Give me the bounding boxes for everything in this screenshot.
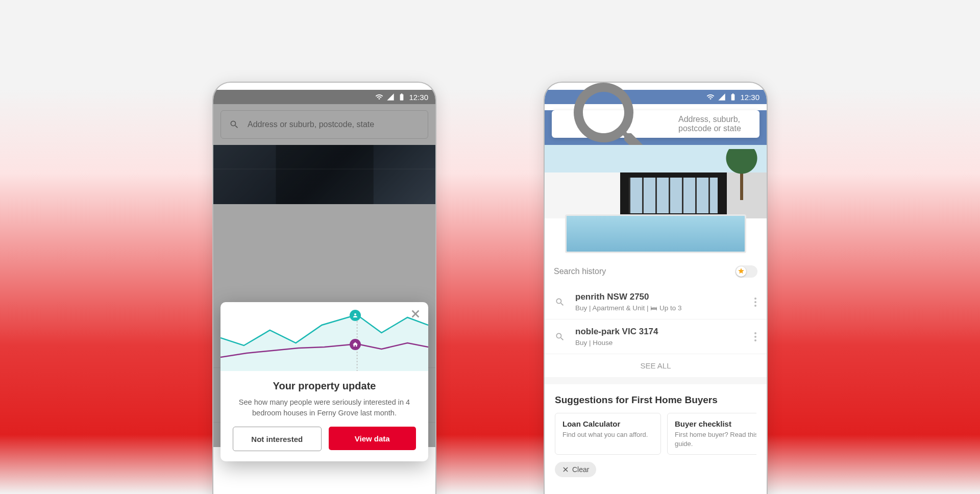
hero-image bbox=[545, 145, 767, 258]
history-item[interactable]: noble-park VIC 3174Buy | House bbox=[545, 319, 767, 354]
modal-chart bbox=[220, 302, 428, 371]
close-button[interactable] bbox=[410, 308, 421, 322]
battery-icon bbox=[398, 93, 406, 101]
signal-icon bbox=[386, 93, 395, 101]
card-text: First home buyer? Read this guide. bbox=[675, 430, 756, 448]
view-data-button[interactable]: View data bbox=[329, 427, 416, 450]
more-icon[interactable] bbox=[754, 332, 756, 341]
card-title: Buyer checklist bbox=[675, 419, 756, 428]
history-title: penrith NSW 2750 bbox=[575, 292, 744, 302]
signal-icon bbox=[718, 93, 726, 101]
history-item[interactable]: penrith NSW 2750Buy | Apartment & Unit |… bbox=[545, 285, 767, 319]
clear-button[interactable]: Clear bbox=[555, 462, 596, 477]
card-text: Find out what you can afford. bbox=[562, 430, 653, 439]
star-icon bbox=[738, 267, 745, 277]
chart-marker-person-icon bbox=[350, 310, 361, 321]
not-interested-button[interactable]: Not interested bbox=[233, 427, 322, 451]
see-all-button[interactable]: SEE ALL bbox=[545, 354, 767, 377]
history-sub: Buy | House bbox=[575, 339, 744, 347]
wifi-icon bbox=[706, 93, 715, 101]
suggestions-title: Suggestions for First Home Buyers bbox=[555, 394, 756, 406]
history-title: noble-park VIC 3174 bbox=[575, 327, 744, 337]
card-title: Loan Calculator bbox=[562, 419, 653, 428]
suggestion-card[interactable]: Loan CalculatorFind out what you can aff… bbox=[555, 413, 661, 455]
more-icon[interactable] bbox=[754, 298, 756, 307]
status-bar: 12:30 bbox=[213, 90, 435, 104]
search-icon bbox=[555, 332, 565, 342]
wifi-icon bbox=[375, 93, 383, 101]
modal-title: Your property update bbox=[233, 380, 416, 392]
property-update-modal: Your property update See how many people… bbox=[220, 302, 428, 461]
search-placeholder: Address, suburb, postcode or state bbox=[678, 115, 751, 133]
chart-marker-house-icon bbox=[350, 339, 361, 350]
history-toggle[interactable] bbox=[735, 265, 757, 278]
suggestion-card[interactable]: Buyer checklistFirst home buyer? Read th… bbox=[667, 413, 756, 455]
search-input[interactable]: Address, suburb, postcode or state bbox=[552, 110, 760, 138]
modal-text: See how many people were seriously inter… bbox=[233, 397, 416, 418]
status-time: 12:30 bbox=[740, 93, 760, 102]
status-time: 12:30 bbox=[409, 93, 428, 102]
close-icon bbox=[562, 466, 569, 473]
history-sub: Buy | Apartment & Unit | 🛏 Up to 3 bbox=[575, 304, 744, 312]
search-icon bbox=[555, 297, 565, 307]
battery-icon bbox=[729, 93, 737, 101]
search-history-label: Search history bbox=[554, 267, 606, 276]
phone-right: 12:30 Address, suburb, postcode or state… bbox=[544, 82, 768, 494]
phone-left: 12:30 Address or suburb, postcode, state… bbox=[212, 82, 436, 494]
